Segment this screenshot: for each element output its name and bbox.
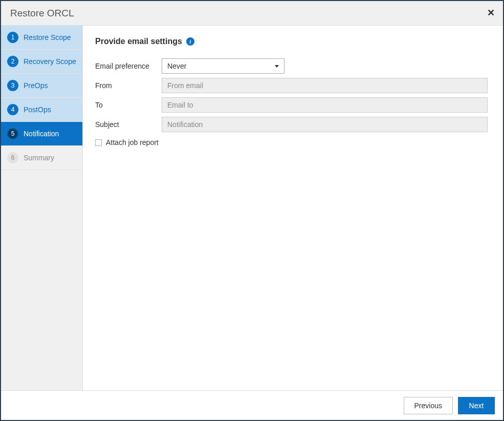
previous-button[interactable]: Previous	[404, 397, 453, 414]
dialog-body: 1 Restore Scope 2 Recovery Scope 3 PreOp…	[1, 26, 503, 390]
step-number: 1	[7, 32, 18, 43]
info-icon[interactable]: i	[186, 37, 194, 46]
to-input[interactable]	[162, 97, 488, 113]
email-preference-select[interactable]: Never	[162, 58, 284, 74]
step-label: Notification	[24, 130, 59, 138]
row-to: To	[95, 97, 488, 113]
wizard-sidebar: 1 Restore Scope 2 Recovery Scope 3 PreOp…	[1, 26, 83, 390]
section-title: Provide email settings i	[95, 37, 488, 46]
close-icon[interactable]: ✕	[486, 8, 496, 18]
step-preops[interactable]: 3 PreOps	[1, 74, 82, 98]
step-label: Recovery Scope	[24, 57, 76, 66]
from-input[interactable]	[162, 78, 488, 93]
restore-dialog: Restore ORCL ✕ 1 Restore Scope 2 Recover…	[0, 0, 504, 421]
step-label: Summary	[24, 154, 54, 162]
chevron-down-icon	[275, 65, 279, 68]
attach-report-label: Attach job report	[106, 138, 159, 146]
label-email-preference: Email preference	[95, 62, 162, 70]
step-postops[interactable]: 4 PostOps	[1, 98, 82, 122]
step-label: PostOps	[24, 106, 51, 114]
step-label: Restore Scope	[24, 33, 71, 41]
step-number: 2	[7, 56, 18, 67]
next-button[interactable]: Next	[458, 397, 495, 414]
label-from: From	[95, 81, 162, 90]
step-number: 3	[7, 80, 18, 91]
section-title-text: Provide email settings	[95, 37, 182, 46]
step-number: 5	[7, 128, 18, 139]
label-subject: Subject	[95, 120, 162, 129]
label-to: To	[95, 101, 162, 109]
select-value: Never	[167, 62, 186, 70]
step-number: 4	[7, 104, 18, 115]
row-from: From	[95, 78, 488, 93]
dialog-footer: Previous Next	[1, 390, 503, 420]
row-email-preference: Email preference Never	[95, 58, 488, 74]
attach-report-checkbox[interactable]	[95, 139, 102, 146]
step-restore-scope[interactable]: 1 Restore Scope	[1, 26, 82, 50]
step-number: 6	[7, 152, 18, 163]
step-label: PreOps	[24, 81, 48, 90]
row-attach-report: Attach job report	[95, 138, 488, 146]
step-notification[interactable]: 5 Notification	[1, 122, 82, 146]
step-summary[interactable]: 6 Summary	[1, 146, 82, 170]
step-recovery-scope[interactable]: 2 Recovery Scope	[1, 50, 82, 74]
dialog-header: Restore ORCL ✕	[1, 1, 503, 26]
dialog-title: Restore ORCL	[10, 8, 74, 19]
row-subject: Subject	[95, 117, 488, 132]
subject-input[interactable]	[162, 117, 488, 132]
main-panel: Provide email settings i Email preferenc…	[83, 26, 503, 390]
